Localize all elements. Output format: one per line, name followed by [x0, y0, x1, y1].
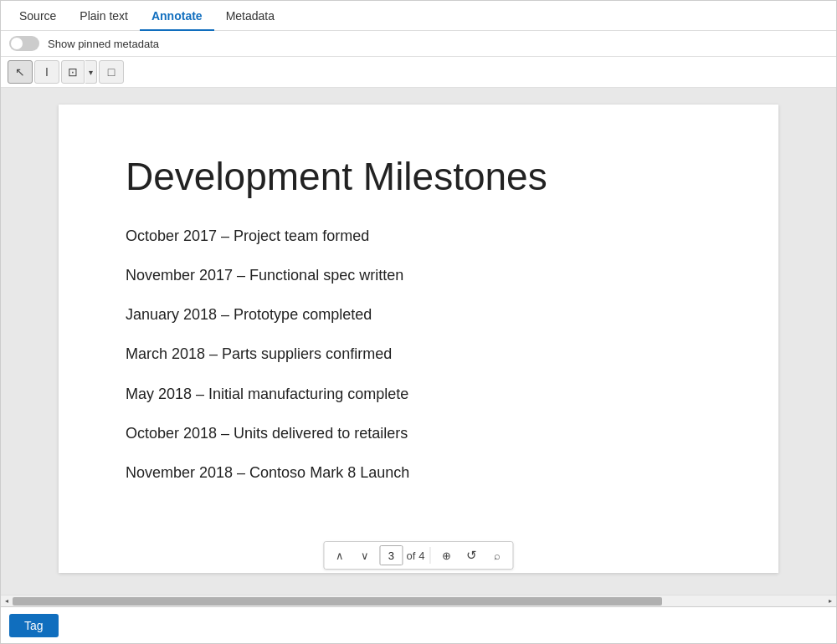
pinned-metadata-toggle[interactable]: [9, 36, 39, 51]
cursor-tool-button[interactable]: ↖: [8, 60, 33, 84]
toolbar-row: Show pinned metadata: [1, 31, 836, 57]
scroll-right-button[interactable]: ▸: [824, 595, 836, 607]
annotation-toolbar: ↖ I ⊡ ▾ □: [1, 57, 836, 88]
tab-source[interactable]: Source: [8, 3, 68, 31]
zoom-in-button[interactable]: ⊕: [436, 544, 458, 566]
page-of-label: of: [406, 549, 415, 562]
milestone-7: November 2018 – Contoso Mark 8 Launch: [126, 463, 711, 483]
hscrollbar-thumb[interactable]: [13, 597, 662, 606]
toggle-label: Show pinned metadata: [48, 38, 159, 50]
document-page: Development Milestones October 2017 – Pr…: [59, 105, 778, 573]
next-page-button[interactable]: ∨: [354, 544, 376, 566]
zoom-in-icon: ⊕: [442, 549, 451, 562]
toggle-knob: [11, 38, 23, 49]
image-tool-dropdown[interactable]: ▾: [85, 60, 97, 84]
page-navigation: ∧ ∨ of 4 ⊕ ↺ ⌕: [323, 541, 513, 570]
total-pages-label: 4: [418, 549, 424, 562]
tab-metadata[interactable]: Metadata: [214, 3, 286, 31]
nav-divider: [430, 547, 431, 564]
zoom-reset-button[interactable]: ↺: [461, 544, 483, 566]
hscrollbar-track[interactable]: [13, 595, 824, 607]
document-title: Development Milestones: [126, 155, 711, 199]
page-number-input[interactable]: [379, 545, 403, 565]
zoom-search-button[interactable]: ⌕: [486, 544, 508, 566]
tag-button[interactable]: Tag: [9, 614, 59, 637]
prev-page-button[interactable]: ∧: [329, 544, 351, 566]
milestone-5: May 2018 – Initial manufacturing complet…: [126, 384, 711, 405]
toggle-track[interactable]: [9, 36, 39, 51]
footer-bar: Tag: [1, 606, 836, 643]
tab-plain-text[interactable]: Plain text: [68, 3, 140, 31]
milestone-6: October 2018 – Units delivered to retail…: [126, 423, 711, 444]
text-cursor-icon: I: [45, 65, 49, 79]
milestone-1: October 2017 – Project team formed: [126, 226, 711, 247]
cursor-icon: ↖: [15, 65, 25, 79]
document-container: Development Milestones October 2017 – Pr…: [1, 88, 836, 595]
chevron-down-icon: ▾: [89, 68, 93, 77]
rectangle-tool-button[interactable]: □: [99, 60, 124, 84]
tab-bar: Source Plain text Annotate Metadata: [1, 1, 836, 31]
tab-annotate[interactable]: Annotate: [140, 3, 214, 31]
milestone-3: January 2018 – Prototype completed: [126, 304, 711, 325]
zoom-search-icon: ⌕: [494, 549, 501, 562]
prev-page-icon: ∧: [336, 549, 344, 562]
scroll-left-button[interactable]: ◂: [1, 595, 13, 607]
image-tool-button[interactable]: ⊡: [61, 60, 85, 84]
rectangle-icon: □: [108, 65, 115, 79]
milestone-2: November 2017 – Functional spec written: [126, 265, 711, 286]
document-scroll[interactable]: Development Milestones October 2017 – Pr…: [1, 88, 836, 595]
image-icon: ⊡: [68, 65, 78, 79]
text-tool-button[interactable]: I: [34, 60, 59, 84]
image-tool-group: ⊡ ▾: [61, 60, 97, 84]
next-page-icon: ∨: [361, 549, 369, 562]
horizontal-scrollbar[interactable]: ◂ ▸: [1, 595, 836, 606]
milestone-4: March 2018 – Parts suppliers confirmed: [126, 344, 711, 365]
zoom-reset-icon: ↺: [466, 548, 477, 563]
